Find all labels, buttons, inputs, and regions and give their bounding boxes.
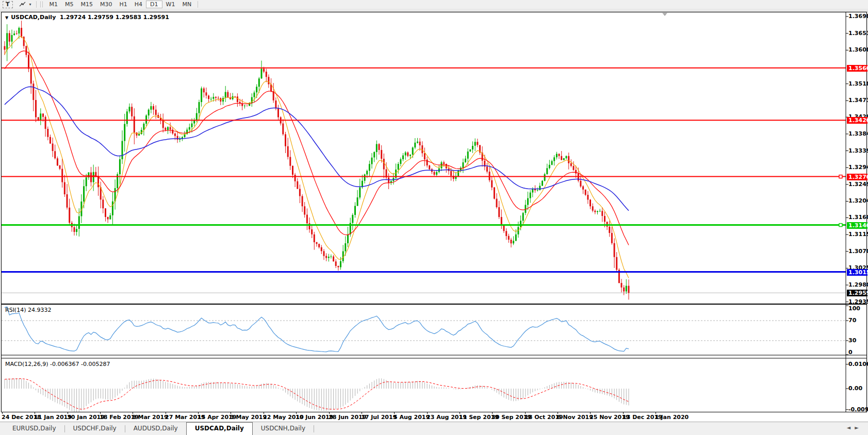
rsi-indicator-label: RSI(14) 24.9332 <box>5 307 51 313</box>
collapse-triangle-icon[interactable]: ▼ <box>5 15 8 20</box>
timeframe-button-m15[interactable]: M15 <box>77 1 97 8</box>
tab-scroll-arrows: ◄► <box>847 425 863 430</box>
chart-tab-usdchf[interactable]: USDCHF,Daily <box>65 422 125 435</box>
axis-tick-label: 1.36980 <box>848 13 867 20</box>
axis-tick-label: 0.00 <box>848 386 867 392</box>
macd-indicator-label: MACD(12,26,9) -0.006367 -0.005287 <box>5 361 110 367</box>
axis-tick-label: 1.31150 <box>848 231 867 238</box>
chart-window: ▼USDCAD,Daily 1.29724 1.29759 1.29583 1.… <box>1 12 867 412</box>
date-label: 11 Jan 2019 <box>34 414 72 421</box>
date-label: 17 Jul 2019 <box>361 414 397 421</box>
date-axis: 24 Dec 201811 Jan 201930 Jan 201918 Feb … <box>0 412 868 422</box>
timeframe-button-mn[interactable]: MN <box>178 1 195 8</box>
price-line-label: 1.35606 <box>847 65 867 72</box>
chart-canvas[interactable] <box>2 12 866 412</box>
chart-tab-bar: EURUSD,DailyUSDCHF,DailyAUDUSD,DailyUSDC… <box>0 422 868 435</box>
chart-ohlc-label: 1.29724 1.29759 1.29583 1.29591 <box>60 14 169 21</box>
axis-tick-label: 1.36080 <box>848 47 867 53</box>
rsi-line <box>5 307 629 352</box>
axis-tick-label: 30 <box>848 338 867 344</box>
date-label: 8 Mar 2019 <box>132 414 168 421</box>
price-line-label: 1.29591 <box>847 290 867 296</box>
timeframe-button-h1[interactable]: H1 <box>116 1 131 8</box>
chart-tab-audusd[interactable]: AUDUSD,Daily <box>125 422 186 435</box>
macd-pane[interactable] <box>5 378 629 412</box>
mt4-application: T ▾ M1M5M15M30H1H4D1W1MN ▼USDCAD,Daily 1… <box>0 0 868 435</box>
axis-tick-label: 1.33840 <box>848 131 867 137</box>
timeframe-button-d1[interactable]: D1 <box>146 1 162 8</box>
axis-tick-label: 1.34730 <box>848 97 867 104</box>
date-label: 10 Jun 2019 <box>296 414 333 421</box>
toolbar: T ▾ M1M5M15M30H1H4D1W1MN <box>0 0 868 9</box>
timeframe-button-m5[interactable]: M5 <box>61 1 77 8</box>
date-label: 5 Aug 2019 <box>394 414 430 421</box>
axis-tick-label: 1.29800 <box>848 282 867 288</box>
price-line-label: 1.30152 <box>847 269 867 276</box>
dropdown-caret-icon[interactable]: ▾ <box>27 2 34 7</box>
tabbar-spacer <box>0 422 4 435</box>
chart-tab-usdcnh[interactable]: USDCNH,Daily <box>253 422 314 435</box>
axis-tick-label: 1.32940 <box>848 164 867 171</box>
text-tool-button[interactable]: T <box>3 1 13 8</box>
bull-candle-wicks <box>7 24 627 294</box>
axis-tick-label: 1.29350 <box>848 299 867 305</box>
line-handle[interactable] <box>839 175 842 178</box>
axis-tick-label: 1.30700 <box>848 248 867 255</box>
tab-separator <box>314 425 314 432</box>
date-label: 30 Jan 2019 <box>67 414 105 421</box>
chart-tab-eurusd[interactable]: EURUSD,Daily <box>4 422 64 435</box>
toolbar-grip <box>40 2 43 7</box>
chart-symbol-label: USDCAD,Daily <box>11 14 56 21</box>
ma-medium-red <box>5 51 629 245</box>
main-price-pane[interactable] <box>2 21 846 299</box>
axis-tick-label: 1.36530 <box>848 30 867 37</box>
axis-tick-label: 100 <box>848 306 867 312</box>
line-handle[interactable] <box>839 224 842 227</box>
timeframe-button-m30[interactable]: M30 <box>96 1 116 8</box>
date-label: 1 Jan 2020 <box>655 414 689 421</box>
price-line-label: 1.34206 <box>847 117 867 124</box>
date-label: 6 Nov 2019 <box>557 414 593 421</box>
axis-tick-label: 1.32490 <box>848 181 867 188</box>
tab-scroll-right-icon[interactable]: ► <box>855 425 863 430</box>
bear-candle-wicks <box>5 21 629 299</box>
arrange-windows-glyph <box>19 1 26 7</box>
axis-tick-label: 0 <box>848 349 867 356</box>
tab-scroll-left-icon[interactable]: ◄ <box>847 425 855 430</box>
arrange-windows-icon[interactable] <box>14 1 27 8</box>
timeframe-button-h4[interactable]: H4 <box>131 1 146 8</box>
axis-tick-label: 1.31600 <box>848 214 867 221</box>
price-line-label: 1.32700 <box>847 174 867 180</box>
price-line-label: 1.31405 <box>847 222 867 229</box>
axis-tick-label: 70 <box>848 317 867 324</box>
timeframe-button-m1[interactable]: M1 <box>46 1 62 8</box>
toolbar-separator <box>198 1 198 8</box>
toolbar-separator <box>36 1 37 8</box>
axis-tick-label: 1.33390 <box>848 148 867 154</box>
chart-tab-usdcad[interactable]: USDCAD,Daily <box>186 422 253 435</box>
date-label: 3 May 2019 <box>230 414 267 421</box>
axis-tick-label: 1.32040 <box>848 198 867 204</box>
chart-title: ▼USDCAD,Daily 1.29724 1.29759 1.29583 1.… <box>5 14 169 21</box>
chart-shift-marker-icon[interactable] <box>662 13 667 16</box>
timeframe-button-group: M1M5M15M30H1H4D1W1MN <box>46 1 195 8</box>
axis-tick-label: 0.010615 <box>848 361 867 367</box>
axis-tick-label: 1.35180 <box>848 81 867 87</box>
timeframe-button-w1[interactable]: W1 <box>162 1 179 8</box>
rsi-pane[interactable] <box>2 307 846 352</box>
